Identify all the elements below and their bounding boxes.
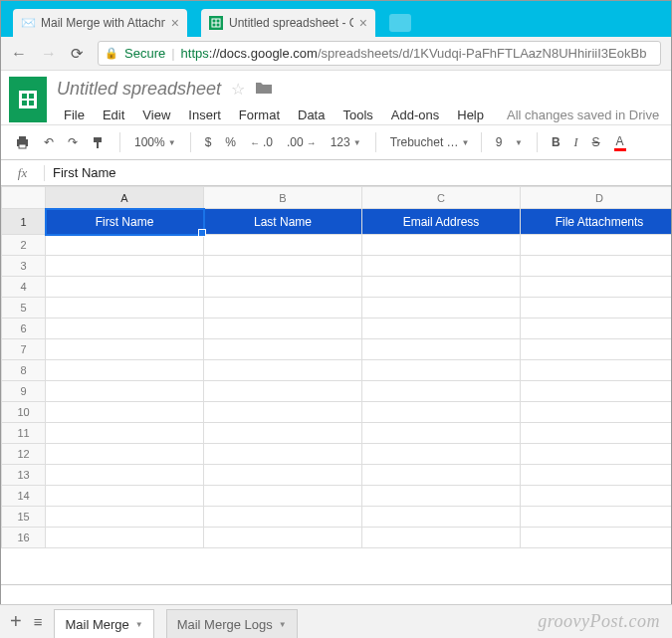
cell[interactable] xyxy=(362,486,521,507)
cell[interactable] xyxy=(204,423,362,444)
cell[interactable] xyxy=(362,507,521,528)
row-header[interactable]: 10 xyxy=(2,402,46,423)
redo-button[interactable]: ↷ xyxy=(64,132,82,152)
zoom-selector[interactable]: 100% ▼ xyxy=(130,132,180,152)
doc-title[interactable]: Untitled spreadsheet xyxy=(57,79,221,100)
sheet-tab-inactive[interactable]: Mail Merge Logs ▼ xyxy=(166,609,298,639)
row-header[interactable]: 9 xyxy=(2,381,46,402)
chevron-down-icon[interactable]: ▼ xyxy=(135,620,143,629)
col-header-a[interactable]: A xyxy=(46,187,204,209)
chevron-down-icon[interactable]: ▼ xyxy=(279,620,287,629)
row-header[interactable]: 3 xyxy=(2,256,46,277)
cell[interactable] xyxy=(362,444,521,465)
cell[interactable] xyxy=(204,339,362,360)
cell[interactable] xyxy=(521,423,672,444)
cell[interactable] xyxy=(362,256,521,277)
cell[interactable] xyxy=(521,277,672,298)
row-header[interactable]: 13 xyxy=(2,465,46,486)
menu-data[interactable]: Data xyxy=(291,106,332,124)
menu-help[interactable]: Help xyxy=(450,106,491,124)
font-selector[interactable]: Trebuchet … ▼ xyxy=(386,132,471,152)
close-icon[interactable]: × xyxy=(359,16,367,30)
fx-icon[interactable]: fx xyxy=(1,165,45,181)
row-header[interactable]: 15 xyxy=(2,507,46,528)
cell[interactable] xyxy=(362,319,521,339)
cell[interactable] xyxy=(46,235,204,256)
undo-button[interactable]: ↶ xyxy=(40,132,58,152)
menu-file[interactable]: File xyxy=(57,106,92,124)
number-format-button[interactable]: 123 ▼ xyxy=(327,132,365,152)
cell[interactable] xyxy=(46,277,204,298)
cell[interactable] xyxy=(362,277,521,298)
bold-button[interactable]: B xyxy=(548,132,564,152)
row-header[interactable]: 4 xyxy=(2,277,46,298)
cell[interactable] xyxy=(204,319,362,339)
row-header[interactable]: 16 xyxy=(2,528,46,548)
print-button[interactable] xyxy=(11,132,34,152)
cell[interactable] xyxy=(521,486,672,507)
row-header[interactable]: 14 xyxy=(2,486,46,507)
menu-edit[interactable]: Edit xyxy=(96,106,131,124)
row-header[interactable]: 2 xyxy=(2,235,46,256)
cell[interactable] xyxy=(204,381,362,402)
spreadsheet-grid[interactable]: A B C D 1 First Name Last Name Email Add… xyxy=(1,186,671,584)
cell[interactable] xyxy=(362,528,521,548)
browser-tab-1[interactable]: Untitled spreadsheet - G × xyxy=(201,9,375,37)
cell[interactable] xyxy=(521,444,672,465)
cell-a1[interactable]: First Name xyxy=(46,209,204,235)
cell[interactable] xyxy=(521,465,672,486)
star-icon[interactable]: ☆ xyxy=(231,80,245,99)
cell[interactable] xyxy=(46,381,204,402)
cell-b1[interactable]: Last Name xyxy=(204,209,362,235)
cell[interactable] xyxy=(521,381,672,402)
row-header[interactable]: 8 xyxy=(2,360,46,381)
cell[interactable] xyxy=(204,465,362,486)
cell[interactable] xyxy=(204,507,362,528)
row-header[interactable]: 11 xyxy=(2,423,46,444)
cell[interactable] xyxy=(46,256,204,277)
cell[interactable] xyxy=(46,507,204,528)
cell[interactable] xyxy=(362,381,521,402)
cell[interactable] xyxy=(204,298,362,319)
select-all-corner[interactable] xyxy=(2,187,46,209)
cell[interactable] xyxy=(521,256,672,277)
row-header-1[interactable]: 1 xyxy=(2,209,46,235)
cell-c1[interactable]: Email Address xyxy=(362,209,521,235)
reload-button[interactable]: ⟳ xyxy=(71,45,84,63)
cell[interactable] xyxy=(46,360,204,381)
forward-button[interactable]: → xyxy=(41,45,57,63)
row-header[interactable]: 5 xyxy=(2,298,46,319)
row-header[interactable]: 12 xyxy=(2,444,46,465)
cell[interactable] xyxy=(362,360,521,381)
cell[interactable] xyxy=(46,444,204,465)
row-header[interactable]: 6 xyxy=(2,319,46,339)
new-tab-button[interactable] xyxy=(389,14,411,32)
cell[interactable] xyxy=(46,528,204,548)
cell[interactable] xyxy=(46,339,204,360)
paint-format-button[interactable] xyxy=(88,132,110,152)
cell[interactable] xyxy=(362,402,521,423)
browser-tab-0[interactable]: ✉️ Mail Merge with Attachm × xyxy=(13,9,187,37)
menu-format[interactable]: Format xyxy=(232,106,287,124)
cell[interactable] xyxy=(362,235,521,256)
col-header-c[interactable]: C xyxy=(362,187,521,209)
cell[interactable] xyxy=(362,423,521,444)
strikethrough-button[interactable]: S xyxy=(588,132,604,152)
menu-tools[interactable]: Tools xyxy=(336,106,379,124)
folder-icon[interactable] xyxy=(255,81,273,99)
omnibox[interactable]: 🔒 Secure | https://docs.google.com/sprea… xyxy=(98,41,661,66)
cell[interactable] xyxy=(521,402,672,423)
col-header-d[interactable]: D xyxy=(521,187,672,209)
cell[interactable] xyxy=(521,528,672,548)
cell[interactable] xyxy=(521,235,672,256)
col-header-b[interactable]: B xyxy=(204,187,362,209)
format-currency-button[interactable]: $ xyxy=(201,132,216,152)
cell[interactable] xyxy=(204,444,362,465)
cell[interactable] xyxy=(46,319,204,339)
cell[interactable] xyxy=(362,298,521,319)
cell[interactable] xyxy=(362,339,521,360)
add-sheet-button[interactable]: + xyxy=(10,610,22,633)
cell[interactable] xyxy=(46,298,204,319)
cell[interactable] xyxy=(521,507,672,528)
decrease-decimal-button[interactable]: ←.0 xyxy=(246,132,277,152)
